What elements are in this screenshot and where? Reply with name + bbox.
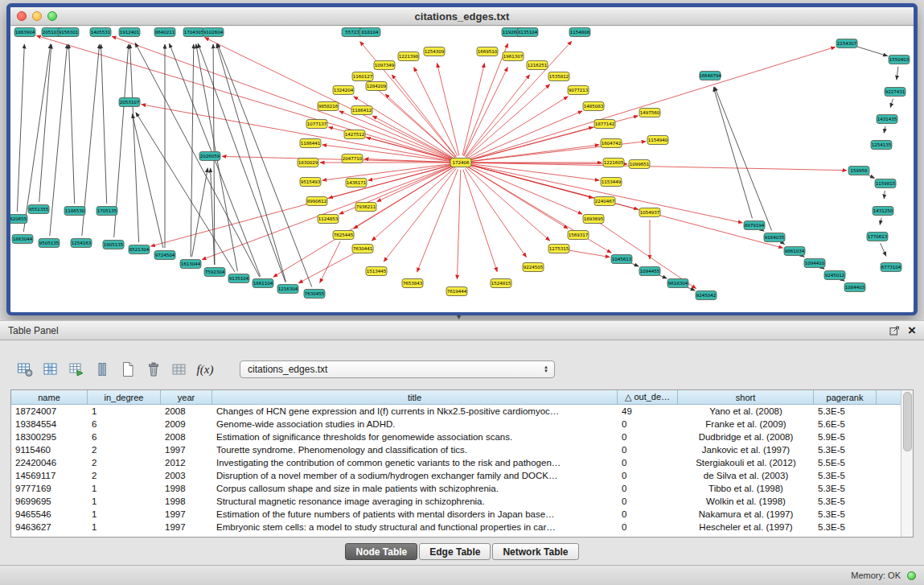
tab-edge-table[interactable]: Edge Table <box>419 543 491 560</box>
column-header-name[interactable]: name <box>11 390 88 405</box>
graph-node[interactable]: 9224505 <box>523 263 544 272</box>
graph-node[interactable]: 1485083 <box>583 102 604 111</box>
graph-node[interactable]: 1254163 <box>71 239 92 248</box>
function-builder-icon[interactable]: f(x) <box>196 361 214 377</box>
table-select-combobox[interactable]: citations_edges.txt ▲▼ <box>240 360 555 378</box>
scrollbar-thumb[interactable] <box>903 392 912 451</box>
graph-node[interactable]: 6773104 <box>881 263 901 272</box>
table-row[interactable]: 2242004622012Investigating the contribut… <box>11 456 913 469</box>
graph-node[interactable]: 1097349 <box>374 61 395 70</box>
graph-node[interactable]: 1861104 <box>253 279 273 288</box>
graph-node[interactable]: 8640211 <box>154 28 175 37</box>
table-row[interactable]: 969969511998Structural magnetic resonanc… <box>11 495 913 508</box>
table-row[interactable]: 977716911998Corpus callosum shape and si… <box>11 482 913 495</box>
graph-node[interactable]: 8135104 <box>517 28 538 37</box>
graph-node[interactable]: 1186441 <box>300 139 321 148</box>
table-row[interactable]: 1456911722003Disruption of a novel membe… <box>11 469 913 482</box>
graph-node[interactable]: 9861034 <box>784 247 805 256</box>
graph-node[interactable]: 9245012 <box>824 271 845 280</box>
tab-node-table[interactable]: Node Table <box>345 543 417 560</box>
panel-splitter-handle[interactable]: ▾ <box>457 312 461 321</box>
graph-node[interactable]: 1045613 <box>611 255 632 264</box>
table-row[interactable]: 1938455462009Genome-wide association stu… <box>11 418 913 431</box>
column-header-out_de[interactable]: △ out_de… <box>618 390 678 405</box>
graph-node[interactable]: 1221398 <box>398 52 419 61</box>
graph-node[interactable]: 8979194 <box>744 221 765 230</box>
graph-node[interactable]: 9156301 <box>58 28 79 37</box>
table-settings-icon[interactable] <box>16 361 34 377</box>
graph-node[interactable]: 1159815 <box>875 179 896 188</box>
graph-node[interactable]: 9551355 <box>28 205 49 214</box>
graph-node[interactable]: 1436171 <box>346 179 367 187</box>
graph-node[interactable]: 7936211 <box>355 203 376 212</box>
table-row[interactable]: 946554611997Estimation of the future num… <box>11 508 913 521</box>
network-graph[interactable]: 1724061254309122139810973491160127132420… <box>10 26 914 312</box>
graph-node[interactable]: 1431250 <box>873 207 893 216</box>
graph-node[interactable]: 1216304 <box>277 285 298 294</box>
graph-node[interactable]: 2620655 <box>10 215 27 224</box>
column-header-short[interactable]: short <box>678 390 814 405</box>
graph-node[interactable]: 1427512 <box>344 130 365 139</box>
graph-node[interactable]: 1154940 <box>647 136 668 145</box>
graph-node[interactable]: 1154808 <box>569 28 590 37</box>
graph-node[interactable]: 1905135 <box>103 241 124 249</box>
graph-node[interactable]: 1604742 <box>601 139 622 148</box>
graph-node[interactable]: 2047710 <box>342 154 363 163</box>
graph-node[interactable]: 1705135 <box>97 207 117 216</box>
graph-node[interactable]: 1160127 <box>352 72 373 81</box>
graph-node[interactable]: 7653843 <box>402 279 423 288</box>
graph-node[interactable]: 1704305 <box>183 28 204 37</box>
graph-node[interactable]: 1513445 <box>366 267 387 276</box>
graph-node[interactable]: 1077137 <box>306 120 327 129</box>
graph-node[interactable]: 1569317 <box>568 231 589 240</box>
graph-node[interactable]: 1254135 <box>871 141 892 150</box>
graph-node[interactable]: 1084403 <box>844 283 865 292</box>
graph-node[interactable]: 1275315 <box>548 245 569 253</box>
column-header-year[interactable]: year <box>161 390 212 405</box>
graph-node[interactable]: 1961307 <box>503 52 524 61</box>
graph-node[interactable]: 1124853 <box>318 215 339 224</box>
tab-network-table[interactable]: Network Table <box>492 543 578 560</box>
graph-node[interactable]: 1099651 <box>629 160 650 169</box>
graph-node[interactable]: 7619444 <box>446 287 467 296</box>
graph-node[interactable]: 9135104 <box>228 274 249 283</box>
graph-node[interactable]: 1613044 <box>180 260 201 269</box>
graph-node[interactable]: 8521304 <box>129 245 150 254</box>
graph-node[interactable]: 1893695 <box>583 215 604 224</box>
graph-node[interactable]: 172406 <box>450 159 471 167</box>
vertical-scrollbar[interactable] <box>901 390 913 537</box>
graph-node[interactable]: 9618304 <box>667 279 688 288</box>
graph-node[interactable]: 1863904 <box>14 28 35 37</box>
graph-node[interactable]: 1186412 <box>351 106 372 115</box>
graph-node[interactable]: 7592304 <box>204 268 225 277</box>
graph-node[interactable]: 1669510 <box>477 47 498 56</box>
graph-node[interactable]: 1186530 <box>64 207 85 216</box>
edit-table-icon[interactable] <box>68 361 85 377</box>
graph-node[interactable]: 159958 <box>848 167 869 175</box>
graph-node[interactable]: 1431435 <box>877 115 897 124</box>
graph-node[interactable]: 9077213 <box>568 86 589 95</box>
graph-node[interactable]: 9245042 <box>696 291 717 300</box>
column-header-in_degree[interactable]: in_degree <box>88 390 161 405</box>
network-canvas[interactable]: 1724061254309122139810973491160127132420… <box>10 26 914 312</box>
graph-node[interactable]: 9515493 <box>300 178 321 187</box>
graph-node[interactable]: 1094455 <box>639 267 660 276</box>
graph-node[interactable]: 9858216 <box>318 102 339 111</box>
import-table-icon[interactable] <box>170 361 188 377</box>
graph-node[interactable]: 16648794 <box>699 72 721 80</box>
graph-node[interactable]: 1405531 <box>90 28 111 37</box>
graph-node[interactable]: 1094410 <box>804 259 825 268</box>
memory-status-indicator[interactable] <box>907 571 916 580</box>
graph-node[interactable]: 2026059 <box>199 152 220 161</box>
graph-node[interactable]: 818104 <box>359 28 380 37</box>
graph-node[interactable]: 9505135 <box>39 239 60 248</box>
graph-node[interactable]: 1877142 <box>594 120 615 129</box>
graph-node[interactable]: 1284209 <box>366 82 387 91</box>
column-header-title[interactable]: title <box>212 390 618 405</box>
table-row[interactable]: 946362711997Embryonic stem cells: a mode… <box>11 521 913 534</box>
graph-node[interactable]: 1524815 <box>491 279 511 288</box>
graph-node[interactable]: 1221605 <box>603 159 624 167</box>
graph-node[interactable]: 1863044 <box>12 235 33 244</box>
graph-node[interactable]: 7630455 <box>304 290 325 299</box>
graph-node[interactable]: 7630441 <box>352 245 373 253</box>
